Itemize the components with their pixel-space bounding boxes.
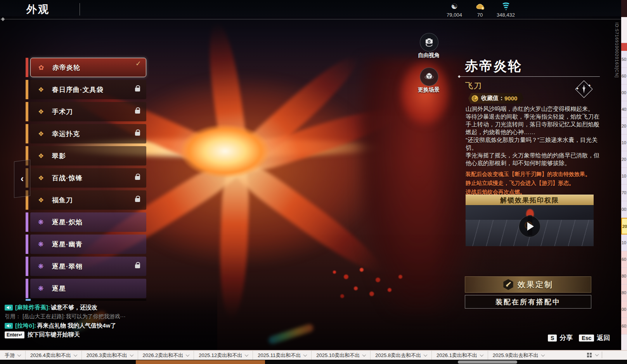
currency-swirl[interactable]: 348,432 [497,2,515,18]
rarity-bar [26,58,28,77]
dagger-diamond-icon[interactable]: ✦ ✦ [575,80,593,98]
chevron-left-icon: ‹ [21,173,24,184]
chevron-down-icon[interactable] [362,353,366,357]
skin-title: 赤帝炎轮 [465,57,522,75]
skin-lore: 山洞外风沙呜咽，赤红的火罗山峦变得模糊起来。 等待沙暴退去的间歇，季沧海指尖轻旋… [466,105,602,167]
chevron-down-icon[interactable] [424,353,428,357]
skin-item-box: 春日序曲·文具袋 ✓ [30,80,146,99]
spreadsheet-cell: 80 [621,268,627,285]
sheet-tab-label: 手游 [5,352,15,359]
chat-sender[interactable]: [拉垮ö]: [15,322,36,329]
bottom-scrollbar-track [0,360,627,364]
sheet-tab[interactable]: 2026.1卖出和不出 [431,350,488,360]
sheet-tab[interactable]: 2025.11卖出和不出 [253,350,311,360]
sheet-tab[interactable]: 2026.3卖出和不出 [81,350,138,360]
chevron-down-icon[interactable] [17,353,21,357]
title-underline [460,76,600,77]
chevron-down-icon[interactable] [595,352,599,356]
skin-list-item[interactable]: 幸运扑克 ✓ [26,124,146,143]
skin-list-item[interactable]: 逐星 ✓ [26,279,146,298]
skin-name: 逐星·翠翎 [52,262,83,271]
sheet-tab[interactable]: 手游 [0,350,25,360]
key-hint-label: 分享 [559,333,573,342]
scrollbar-thumb-gray[interactable] [458,361,517,364]
sheet-tab-label: 2025.12卖出和不出 [199,352,242,359]
skin-item-box: 百战·惊锋 ✓ [30,168,146,188]
sheet-tab-label: 2025.10卖出和不出 [316,352,360,359]
chat-sender[interactable]: 引用： [岳山大王在赶路]: [5,313,65,320]
horn-channel-icon [5,323,13,329]
rarity-icon [38,153,47,159]
play-button[interactable] [519,216,540,237]
key-hint[interactable]: Esc 返回 [579,333,610,342]
rarity-bar [26,257,28,276]
free-camera-button[interactable] [420,33,438,52]
spreadsheet-cell: 701 [621,185,627,201]
sheet-tab-strip: 手游 2026.4卖出和不出 2026.3卖出和不出 2026.2卖出和不出 2… [0,350,627,360]
skin-list-item[interactable]: 手术刀 ✓ [26,102,146,121]
skin-list-item[interactable]: 赤帝炎轮 ✓ [26,58,146,77]
skin-list-item[interactable]: 福鱼刀 ✓ [26,190,146,210]
spreadsheet-cell: 00 [621,301,627,318]
weapon-type-label: 飞刀 [465,81,482,91]
effect-customize-button[interactable]: 效果定制 [465,276,591,293]
sheet-tab[interactable]: 2025.12卖出和不出 [194,350,253,360]
chat-hint-text: 按下回车键开始聊天 [28,331,80,338]
skin-list-item[interactable]: 逐星·幽青 ✓ [26,235,146,254]
skin-list: 赤帝炎轮 ✓ 春日序曲·文具袋 ✓ 手术刀 ✓ [26,58,146,301]
chat-sender[interactable]: [麻辣炸香蕉]: [15,304,50,311]
skin-list-item[interactable]: 逐星·翠翎 ✓ [26,257,146,276]
skin-list-item[interactable]: 逐星·炽焰 ✓ [26,212,146,232]
collection-coin-icon [471,95,478,102]
chevron-down-icon[interactable] [73,353,77,357]
grid-view-icon[interactable] [587,353,589,355]
rarity-icon [38,131,47,137]
skin-list-item[interactable]: 春日序曲·文具袋 ✓ [26,80,146,99]
skin-list-item[interactable]: 翠影 ✓ [26,146,146,166]
chevron-down-icon[interactable] [303,353,307,357]
spreadsheet-cell: 501 [621,51,627,68]
sliver-dark-header [621,0,627,17]
free-camera-label: 自由视角 [411,52,446,59]
background-spreadsheet-sliver[interactable]: 501600040120102010701001201060808000601 [621,0,627,350]
skin-item-box: 幸运扑克 ✓ [30,124,146,143]
chevron-down-icon[interactable] [480,353,483,357]
currency-gold-ingot[interactable]: 70 [471,2,489,18]
rarity-bar [26,80,28,99]
rarity-icon [38,109,47,115]
spreadsheet-cell: 60 [621,68,627,85]
scrollbar-thumb-orange[interactable] [136,360,265,364]
skin-item-box: 福鱼刀 ✓ [30,190,146,210]
skin-list-item[interactable]: 百战·惊锋 ✓ [26,168,146,188]
skin-item-box: 逐星·炽焰 ✓ [30,212,146,232]
key-badge: Esc [579,335,594,342]
sheet-tab-label: 2026.3卖出和不出 [87,352,127,359]
skin-name: 逐星·幽青 [52,240,83,249]
unlock-effect-button[interactable]: 解锁效果拓印权限 [466,195,594,205]
header-separator [0,19,621,19]
rarity-bar [26,102,28,121]
sheet-tab[interactable]: 2026.4卖出和不出 [25,350,81,360]
sheet-tab[interactable]: 2025.10卖出和不出 [311,350,370,360]
skin-item-box: 手术刀 ✓ [30,102,146,121]
spreadsheet-cell: 20 [621,118,627,135]
sheet-tab[interactable]: 2026.2卖出和不出 [138,350,194,360]
collection-value-label: 收藏值： [481,95,504,102]
spreadsheet-cell: 001 [621,201,627,218]
rarity-icon [38,285,47,292]
rarity-icon [38,64,48,71]
collapse-panel-arrow[interactable]: ‹ [14,159,30,198]
equip-all-button[interactable]: 装配在所有搭配中 [465,295,591,309]
key-hint[interactable]: S 分享 [548,333,573,342]
scrollbar-thumb[interactable] [26,299,31,301]
chevron-down-icon[interactable] [245,353,249,357]
sheet-tab[interactable]: 2025.8卖出去和不出 [370,350,431,360]
chevron-down-icon[interactable] [130,353,133,357]
currency-silver[interactable]: ☯ 79,004 [445,2,463,18]
sheet-tab[interactable]: 2025.9卖出去和不出 [488,350,549,360]
title-divider [80,3,80,16]
chevron-down-icon[interactable] [186,353,190,357]
change-scene-button[interactable] [420,67,438,86]
skin-list-scrollbar [26,299,146,301]
chevron-down-icon[interactable] [541,353,545,357]
